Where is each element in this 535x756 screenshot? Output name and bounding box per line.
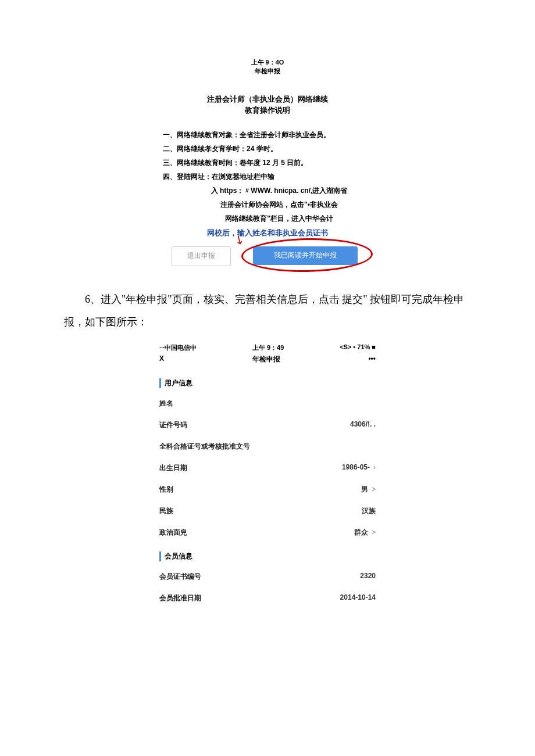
row-member-date: 会员批准日期 2014-10-14 (157, 587, 378, 609)
notice-title: 注册会计师（非执业会员）网络继续 教育操作说明 (157, 94, 378, 116)
label-political: 政治面皃 (159, 528, 187, 538)
instruction-4a: 入 https：〃WWW. hnicpa. cn/,进入湖南省 (163, 184, 372, 198)
row-political[interactable]: 政治面皃 群众> (157, 522, 378, 543)
value-member-no: 2320 (360, 572, 376, 582)
row-ethnicity: 民族 汉族 (157, 500, 378, 522)
value-dob-text: 1986-05- (342, 463, 370, 471)
instruction-list: 一、网络继续教育对象：全省注册会计师非执业会员。 二、网络继续孝攵育学时：24 … (163, 128, 372, 225)
label-member-no: 会员证书编号 (159, 572, 201, 582)
status-bar: ···中国电信中 上午 9：49 <S> • 71% ■ (157, 342, 378, 353)
row-id-number: 证件号码 4306/!. . (157, 414, 378, 436)
value-political: 群众> (354, 528, 376, 538)
instruction-4b: 注册会计师协会网站，点击"•非执业会 (163, 198, 372, 212)
label-gender: 性别 (159, 485, 173, 495)
nav-title: 年检申报 (157, 67, 378, 76)
section-member-info: 会员信息 (159, 551, 376, 561)
label-dob: 出生日期 (159, 463, 187, 473)
value-ethnicity: 汉族 (362, 506, 376, 516)
step-6-paragraph: 6、进入"年检申报"页面，核实、完善相关信息后，点击 提交" 按钮即可完成年检申… (64, 288, 471, 334)
dialog-buttons: 退出申报 我已阅读并开始申报 ↘ (166, 243, 369, 272)
value-dob: 1986-05-› (342, 463, 376, 473)
chevron-right-icon: › (373, 463, 376, 471)
screenshot-form: ···中国电信中 上午 9：49 <S> • 71% ■ X 年检申报 ••• … (157, 342, 378, 609)
label-name: 姓名 (159, 399, 173, 409)
label-member-date: 会员批准日期 (159, 593, 201, 603)
instruction-4c: 网络继续教育"栏目，进入中华会计 (163, 212, 372, 225)
value-gender-text: 男 (361, 485, 368, 493)
battery-label: <S> • 71% ■ (340, 343, 376, 352)
notice-title-line1: 注册会计师（非执业会员）网络继续 (157, 94, 378, 105)
value-member-date: 2014-10-14 (340, 593, 376, 603)
document-page: 上午 9：4O 年检申报 注册会计师（非执业会员）网络继续 教育操作说明 一、网… (0, 0, 535, 655)
label-cert: 全科合格证号或考核批准文号 (159, 442, 250, 452)
value-political-text: 群众 (354, 528, 368, 536)
exit-button[interactable]: 退出申报 (172, 246, 231, 266)
status-time: 上午 9：4O (157, 58, 378, 67)
more-icon[interactable]: ••• (368, 354, 376, 364)
step-6-text: 6、进入"年检申报"页面，核实、完善相关信息后，点击 提交" 按钮即可完成年检申… (64, 293, 464, 328)
row-cert-number: 全科合格证号或考核批准文号 (157, 436, 378, 457)
carrier-label: ···中国电信中 (159, 343, 197, 352)
row-member-no: 会员证书编号 2320 (157, 566, 378, 587)
close-icon[interactable]: X (159, 354, 164, 364)
row-dob[interactable]: 出生日期 1986-05-› (157, 457, 378, 479)
instruction-4d: 网校后，输入姓名和非执业会员证书 (157, 228, 378, 238)
row-name: 姓名 (157, 393, 378, 414)
status-time: 上午 9：49 (252, 343, 284, 352)
instruction-2: 二、网络继续孝攵育学时：24 学时。 (163, 142, 372, 156)
value-gender: 男> (361, 485, 376, 495)
chevron-right-icon: > (372, 485, 376, 493)
instruction-1: 一、网络继续教育对象：全省注册会计师非执业会员。 (163, 128, 372, 142)
section-user-info: 用户信息 (159, 378, 376, 388)
nav-bar: X 年检申报 ••• (157, 353, 378, 370)
chevron-right-icon: > (372, 528, 376, 536)
instruction-4: 四、登陆网址：在浏览嚣地址栏中输 (163, 170, 372, 184)
nav-title: 年检申报 (164, 354, 368, 364)
row-gender[interactable]: 性别 男> (157, 479, 378, 500)
label-ethnicity: 民族 (159, 506, 173, 516)
label-id: 证件号码 (159, 420, 187, 430)
notice-title-line2: 教育操作说明 (157, 105, 378, 116)
highlight-circle-icon (241, 237, 373, 273)
screenshot-notice: 上午 9：4O 年检申报 注册会计师（非执业会员）网络继续 教育操作说明 一、网… (157, 58, 378, 272)
value-id: 4306/!. . (350, 420, 376, 430)
instruction-3: 三、网络继续教育时间：卷年度 12 月 5 日前。 (163, 156, 372, 170)
